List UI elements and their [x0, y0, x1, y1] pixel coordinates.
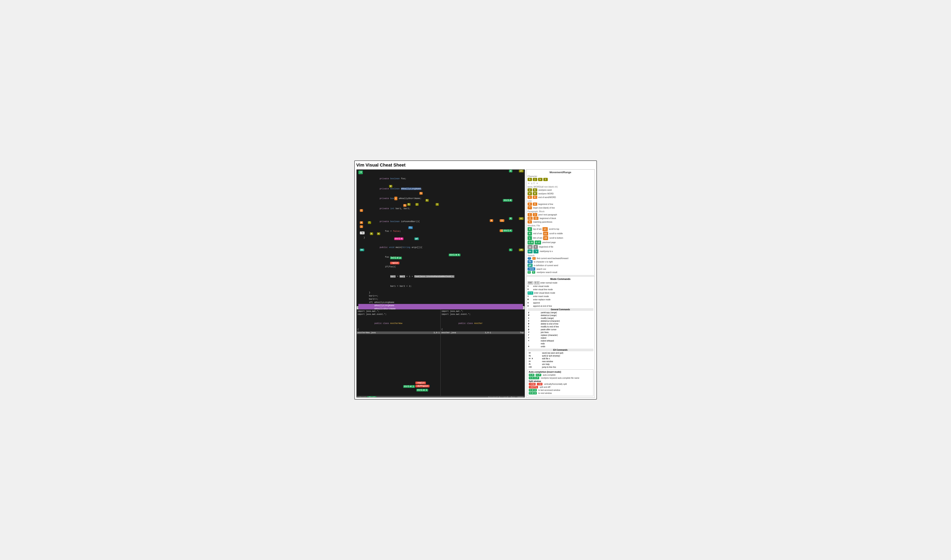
cmd-row-gt: >indent	[528, 337, 594, 340]
key-brace-open: {	[528, 213, 532, 216]
key-colon-q: :q	[528, 354, 542, 357]
ex-commands-header: EX Commands	[528, 349, 594, 351]
paragraph-desc-1: prev/ next paragraph	[539, 214, 557, 216]
key-D: D	[528, 323, 540, 325]
ex-desc-h: vim help	[542, 363, 594, 366]
key-fi: fi	[408, 226, 413, 229]
key-dot: .	[528, 342, 540, 345]
auto-desc-1: auto-complete	[543, 374, 556, 376]
key-diffs: :diffs	[529, 386, 538, 388]
key-b: b	[533, 188, 537, 192]
window-H-desc2: scroll to top	[549, 228, 559, 231]
key-Cl: C-l	[534, 281, 540, 285]
ex-desc-w: save(:wq save and quit)	[542, 352, 594, 354]
mode-row-R: R enter replace mode	[528, 298, 594, 301]
split-left-filename: AnotherNew.java	[357, 332, 376, 334]
key-CF: C-F	[535, 240, 541, 245]
word-desc-3: end of word/WORD	[539, 196, 556, 198]
key-M: M	[528, 232, 532, 235]
key-l: l	[543, 178, 548, 181]
word-desc-2: next/prev WORD	[539, 192, 554, 195]
split-left-statusbar: AnotherNew.java 3,0-1	[357, 331, 441, 334]
key-R: R	[528, 298, 532, 301]
key-bracket-open: [{	[528, 217, 532, 220]
bottom-bar: /fooCl /fooCl Created by vgod, Dec. 2009	[357, 396, 525, 398]
cmd-desc-gt: indent	[540, 337, 593, 340]
key-0: 0	[360, 221, 363, 224]
split-right: import java.awt.*; import java.awt.event…	[441, 309, 525, 396]
key-dollar: $	[533, 203, 537, 206]
key-E: E	[533, 195, 537, 199]
mode-commands-title: Mode Commands	[528, 278, 594, 280]
key-mx: mx	[360, 249, 364, 251]
code-line: {	[357, 328, 440, 331]
line-row-1: 0 $ begin/end of line	[528, 203, 594, 206]
key-vsp: :vsp	[529, 383, 536, 385]
key-d: d	[528, 314, 540, 317]
window-L-desc2: scroll to bottom	[549, 237, 563, 240]
cmd-row-J: Jjoin lines	[528, 331, 594, 334]
movement-panel: Movement/Range Character h j k l ← ↓ ↑ →…	[526, 169, 595, 275]
code-line: bar2++;	[359, 297, 523, 301]
code-line	[357, 316, 440, 319]
paragraph-row-2: [{ ]} begin/end of block	[528, 217, 594, 220]
window-row-H: H top of win zt scroll to top	[528, 227, 594, 231]
cmd-desc-y: yank/copy (range)	[540, 311, 593, 314]
code-line	[359, 239, 523, 243]
key-percent1: %	[419, 192, 423, 195]
cmd-desc-J: join lines	[540, 331, 593, 334]
window-row-file: gg G begin/end of file	[528, 245, 594, 249]
window-page-desc: prev/next page	[542, 241, 556, 244]
key-CXCF: C-X C-F	[529, 377, 539, 379]
key-gd: gd	[528, 264, 532, 267]
paragraph-desc-3: matching parenthesis	[533, 221, 552, 223]
key-i: i	[528, 295, 532, 298]
key-percent2: %	[403, 204, 406, 207]
ex-row-q: :qquit(:q! quit anyway)	[528, 354, 594, 357]
mode-row-a: a append	[528, 302, 594, 305]
line-desc-1: begin/end of line	[539, 203, 553, 205]
search-desc-3: to definition of current word	[534, 264, 558, 266]
key-CP: C-P	[536, 374, 541, 376]
char-arrows-row: ← ↓ ↑ →	[528, 182, 594, 185]
ex-commands-table: :wsave(:wq save and quit) :qquit(:q! qui…	[528, 352, 594, 369]
ex-row-e: :e xedit file x	[528, 357, 594, 360]
split-row-2: :diffs split and diff	[529, 386, 592, 388]
cmd-row-u: uundo	[528, 345, 594, 348]
cmd-desc-c: modify (range)	[540, 317, 593, 320]
key-tickx: 'x	[533, 249, 539, 254]
key-zt: zt	[543, 227, 548, 231]
mode-desc-v: enter visual mode	[533, 285, 549, 288]
paragraph-label: Paragraph, Block	[528, 210, 594, 212]
key-C: C	[528, 325, 540, 328]
key-brace-close: }	[533, 213, 537, 216]
code-line: import java.awt.event.*;	[357, 313, 440, 316]
key-Cv: C-v	[528, 291, 533, 295]
line-label: Line	[528, 200, 594, 202]
search-row-3: gd to definition of current word	[528, 264, 594, 267]
key-J: J	[528, 331, 540, 334]
word-row-1: w b next/prev word	[528, 188, 594, 192]
key-B: B	[533, 192, 537, 195]
split-right-scroll: Top	[520, 332, 523, 334]
cmd-row-r: rreplace (character)	[528, 334, 594, 337]
key-N: N	[532, 271, 535, 274]
key-search-xxx: /xxx	[528, 268, 535, 271]
window-M-desc2: scroll to middle	[549, 232, 563, 235]
code-area: :6 private boolean foo; private boolean …	[356, 169, 525, 397]
ex-desc-n: new window	[542, 360, 594, 363]
key-colon-h: :h	[528, 363, 542, 366]
cmd-row-D: Ddelete to end of line	[528, 323, 594, 325]
search-row-5: n N next/prev search result	[528, 271, 594, 274]
key-cwp: C-W p	[529, 389, 537, 391]
mode-desc-V: enter visual line mode	[533, 288, 553, 291]
key-zt: zt	[519, 170, 523, 172]
key-k: k	[538, 178, 543, 181]
ex-desc-q: quit(:q! quit anyway)	[542, 354, 594, 357]
mode-row-i: i enter insert mode	[528, 295, 594, 298]
split-row-1: :vsp :sp vertically/horizontally split	[529, 383, 592, 385]
key-dollar: $	[490, 219, 493, 222]
cmd-desc-lt: indent leftward	[540, 340, 593, 342]
key-M: M	[509, 217, 512, 220]
line-row-2: ^ begin (non-blank) of line	[528, 206, 594, 209]
